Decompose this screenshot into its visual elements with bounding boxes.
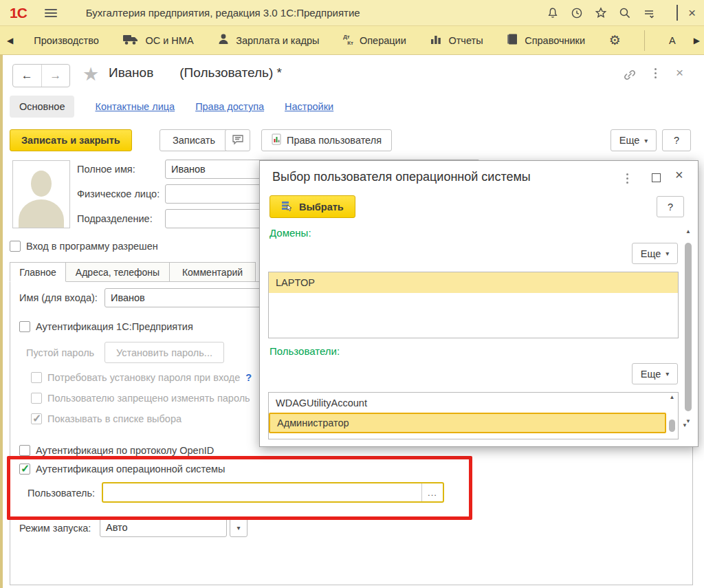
dialog-help-button[interactable]: ? xyxy=(657,196,684,217)
hamburger-menu-icon[interactable] xyxy=(45,9,57,17)
os-user-choose-button[interactable]: ... xyxy=(421,483,443,501)
forbid-password-change-checkbox[interactable] xyxy=(31,393,42,404)
show-in-list-label: Показывать в списке выбора xyxy=(47,413,182,424)
auth-os-checkbox[interactable] xyxy=(19,464,30,475)
dialog-scrollbar[interactable]: ▲ ▼ xyxy=(683,228,693,442)
close-window-button[interactable]: × xyxy=(688,6,696,19)
os-user-input[interactable]: ... xyxy=(102,482,444,503)
back-button[interactable]: ← xyxy=(13,65,42,87)
favorites-star-icon[interactable] xyxy=(594,6,608,20)
domains-list: LAPTOP xyxy=(268,272,679,338)
nav-item-proizvodstvo[interactable]: Производство xyxy=(34,35,99,46)
more-menu-kebab-icon[interactable] xyxy=(654,68,657,78)
settings-gear-button[interactable]: ⚙ xyxy=(609,32,621,48)
title-bar: 1С Бухгалтерия предприятия, редакция 3.0… xyxy=(0,0,704,26)
nav-item-zarplata-kadry[interactable]: Зарплата и кадры xyxy=(217,33,319,47)
comment-button[interactable] xyxy=(225,129,250,151)
page-tab-glavnoe[interactable]: Главное xyxy=(10,262,66,282)
login-allowed-checkbox[interactable] xyxy=(10,241,21,252)
nav-item-os-nma[interactable]: ОС и НМА xyxy=(122,34,193,47)
scrollbar-thumb[interactable] xyxy=(669,420,675,432)
users-more-button[interactable]: Еще ▾ xyxy=(632,363,678,384)
page-tab-adresa[interactable]: Адреса, телефоны xyxy=(65,262,170,282)
search-icon[interactable] xyxy=(618,6,632,20)
launch-mode-select[interactable]: Авто xyxy=(100,518,227,537)
person-icon xyxy=(217,33,230,47)
launch-mode-label: Режим запуска: xyxy=(19,523,91,534)
history-nav-group: ← → xyxy=(12,64,70,87)
tab-osnovnoe[interactable]: Основное xyxy=(10,96,74,118)
scroll-up-icon[interactable]: ▲ xyxy=(683,228,693,235)
truck-icon xyxy=(122,34,139,47)
save-button[interactable]: Записать xyxy=(160,129,228,151)
scrollbar-thumb[interactable] xyxy=(685,243,692,411)
full-name-label: Полное имя: xyxy=(77,164,135,175)
scroll-down-icon[interactable]: ▼ xyxy=(683,418,693,424)
auth-openid-checkbox[interactable] xyxy=(19,445,30,456)
help-button[interactable]: ? xyxy=(662,129,691,151)
user-row-selected[interactable]: Администратор xyxy=(269,413,666,433)
chevron-down-icon: ▾ xyxy=(666,250,669,257)
page-tab-kommentariy[interactable]: Комментарий xyxy=(169,262,256,282)
select-cursor-icon xyxy=(281,200,293,214)
favorite-star-icon[interactable]: ★ xyxy=(82,63,99,85)
tab-kontaktnye-lica[interactable]: Контактные лица xyxy=(95,101,175,112)
more-label: Еще xyxy=(641,369,661,380)
maximize-button[interactable] xyxy=(676,6,678,19)
gear-icon: ⚙ xyxy=(609,32,621,48)
notifications-bell-icon[interactable] xyxy=(546,6,560,20)
dialog-kebab-icon[interactable] xyxy=(626,173,628,184)
nav-item-label: ОС и НМА xyxy=(145,35,193,46)
auth-os-label: Аутентификация операционной системы xyxy=(36,464,225,475)
get-link-icon[interactable] xyxy=(622,67,637,85)
launch-mode-dropdown-button[interactable]: ▾ xyxy=(230,518,248,537)
form-section-tabs: Основное Контактные лица Права доступа Н… xyxy=(10,96,333,118)
form-title: Иванов(Пользователь) * xyxy=(109,65,282,80)
person-label: Физическое лицо: xyxy=(77,188,160,199)
users-group-label: Пользователи: xyxy=(270,345,340,357)
nav-scroll-left-icon[interactable]: ◀ xyxy=(7,36,13,45)
save-and-close-button[interactable]: Записать и закрыть xyxy=(10,129,132,151)
help-question-link[interactable]: ? xyxy=(245,372,252,383)
show-in-list-checkbox[interactable] xyxy=(31,413,42,424)
domain-row-selected[interactable]: LAPTOP xyxy=(269,272,678,293)
tab-prava-dostupa[interactable]: Права доступа xyxy=(195,101,264,112)
nav-item-label: Производство xyxy=(34,35,99,46)
sections-nav-bar: ◀ Производство ОС и НМА xyxy=(0,26,704,55)
require-password-text: Потребовать установку пароля при входе xyxy=(47,372,240,383)
require-password-label: Потребовать установку пароля при входе? xyxy=(47,372,252,383)
nav-item-clipped[interactable]: А xyxy=(669,35,676,46)
chevron-down-icon: ▾ xyxy=(644,137,648,144)
user-avatar xyxy=(12,160,70,228)
set-password-button[interactable]: Установить пароль... xyxy=(104,342,224,363)
nav-scroll-right-icon[interactable]: ▶ xyxy=(694,36,700,45)
window-left-edge xyxy=(0,54,3,588)
comment-bubble-icon xyxy=(232,134,244,147)
nav-item-otchety[interactable]: Отчеты xyxy=(430,33,483,47)
nav-item-operacii[interactable]: ДтКт Операции xyxy=(343,34,406,47)
login-allowed-label: Вход в программу разрешен xyxy=(26,241,158,252)
dialog-select-button[interactable]: Выбрать xyxy=(270,195,355,218)
auth-openid-label: Аутентификация по протоколу OpenID xyxy=(36,445,214,456)
nav-item-spravochniki[interactable]: Справочники xyxy=(507,33,585,47)
user-rights-icon xyxy=(272,133,281,147)
require-password-checkbox[interactable] xyxy=(31,372,42,383)
history-icon[interactable] xyxy=(570,6,584,20)
forward-button[interactable]: → xyxy=(42,65,70,87)
nav-item-label: А xyxy=(669,35,676,46)
domains-more-button[interactable]: Еще ▾ xyxy=(632,243,678,264)
nav-item-label: Зарплата и кадры xyxy=(236,35,319,46)
auth-1c-checkbox[interactable] xyxy=(19,321,30,332)
user-row[interactable]: WDAGUtilityAccount xyxy=(269,393,666,413)
user-rights-button[interactable]: Права пользователя xyxy=(261,129,392,151)
scroll-up-icon[interactable]: ▲ xyxy=(670,394,675,400)
service-menu-icon[interactable] xyxy=(642,6,656,20)
dialog-maximize-icon[interactable] xyxy=(652,173,661,182)
close-form-icon[interactable]: × xyxy=(676,65,683,80)
nav-item-label: Отчеты xyxy=(448,35,483,46)
more-actions-button[interactable]: Еще ▾ xyxy=(610,129,657,151)
tab-nastroyki[interactable]: Настройки xyxy=(285,101,333,112)
dialog-close-icon[interactable]: × xyxy=(675,167,683,183)
users-list-scrollbar[interactable]: ▲ xyxy=(668,394,676,437)
more-label: Еще xyxy=(619,135,640,146)
